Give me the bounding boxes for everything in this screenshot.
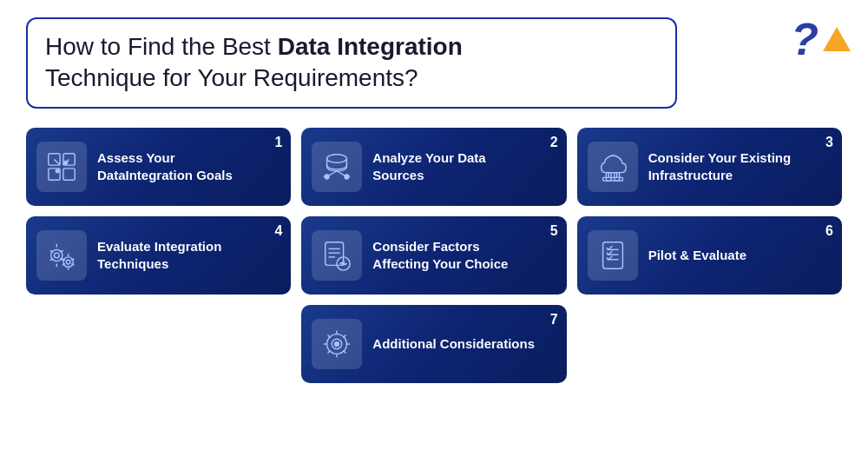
svg-point-4 <box>56 169 59 173</box>
card-2-number: 2 <box>550 135 558 150</box>
card-3: 3 Consider Your Existing Infrastructure <box>577 128 842 206</box>
card-6-icon <box>588 230 638 281</box>
card-6-text: Pilot & Evaluate <box>648 247 762 264</box>
card-7-icon <box>312 319 362 369</box>
svg-point-15 <box>54 253 59 258</box>
logo-area: ? <box>791 13 851 65</box>
title-box: How to Find the Best Data IntegrationTec… <box>26 17 677 109</box>
svg-rect-18 <box>326 242 344 266</box>
card-3-icon <box>588 142 638 192</box>
card-5-icon <box>312 230 362 281</box>
svg-point-17 <box>66 260 70 264</box>
card-7: 7 Additional Considerations <box>301 305 566 383</box>
card-5: 5 Consider Factors Affecting Your Choice <box>301 216 566 295</box>
card-2-icon <box>312 142 362 192</box>
card-2: 2 Analyze Your Data Sources <box>301 128 566 206</box>
card-1-text: Assess Your DataIntegration Goals <box>97 149 279 185</box>
card-6-number: 6 <box>825 223 833 239</box>
card-1-number: 1 <box>274 135 282 150</box>
card-3-text: Consider Your Existing Infrastructure <box>648 149 830 185</box>
svg-point-6 <box>327 155 347 163</box>
card-4-text: Evaluate Integration Techniques <box>97 238 279 274</box>
cards-grid: 1 Assess Your DataIntegration Goals 2 <box>26 128 842 383</box>
svg-point-16 <box>63 257 73 267</box>
card-5-number: 5 <box>550 223 558 239</box>
card-4-icon <box>36 230 87 281</box>
card-1: 1 Assess Your DataIntegration Goals <box>26 128 291 206</box>
page-title: How to Find the Best Data IntegrationTec… <box>45 31 658 95</box>
card-1-icon <box>36 142 87 192</box>
triangle-logo-icon <box>823 27 851 51</box>
card-2-text: Analyze Your Data Sources <box>372 149 554 185</box>
svg-rect-25 <box>602 242 622 268</box>
card-5-text: Consider Factors Affecting Your Choice <box>372 238 554 274</box>
card-7-text: Additional Considerations <box>372 335 550 353</box>
question-mark-icon: ? <box>791 13 819 65</box>
card-6: 6 Pilot & Evaluate <box>577 216 842 295</box>
card-4: 4 Evaluate Integration Techniques <box>26 216 291 295</box>
svg-point-31 <box>335 341 339 346</box>
svg-rect-3 <box>63 169 75 180</box>
card-7-number: 7 <box>550 312 558 328</box>
card-4-number: 4 <box>274 223 282 239</box>
svg-point-5 <box>64 161 68 164</box>
svg-point-24 <box>343 262 345 265</box>
card-3-number: 3 <box>825 135 833 150</box>
main-container: ? How to Find the Best Data IntegrationT… <box>0 0 868 470</box>
